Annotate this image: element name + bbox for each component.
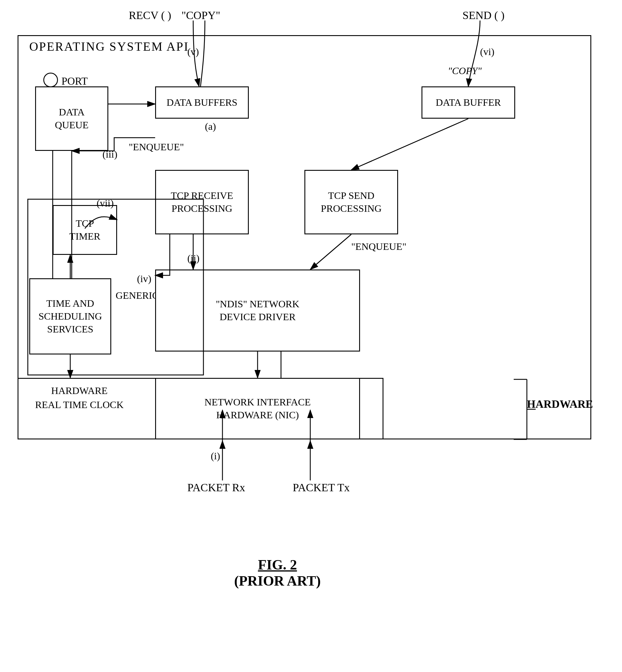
step-vii-label: (vii) [97,197,114,210]
nic-box: NETWORK INTERFACE HARDWARE (NIC) [155,378,360,439]
step-a-label: (a) [205,120,216,133]
recv-label: RECV ( ) [129,8,171,23]
hardware-rtc-label: HARDWARE REAL TIME CLOCK [35,384,124,412]
copy-recv-label: "COPY" [181,8,220,23]
ndis-driver-box: "NDIS" NETWORK DEVICE DRIVER [155,269,360,352]
time-scheduling-box: TIME AND SCHEDULING SERVICES [29,278,111,354]
tcp-timer-box: TCP TIMER [53,205,117,255]
step-ii-label: (ii) [187,252,200,265]
data-queue-box: DATA QUEUE [35,87,108,151]
enqueue-send-label: "ENQUEUE" [351,240,406,253]
step-i-label: (i) [211,450,220,462]
step-iv-label: (iv) [137,273,151,285]
step-v-label: (v) [187,45,199,58]
os-api-label: OPERATING SYSTEM API [29,39,189,55]
port-circle [43,73,58,87]
hardware-label: HARDWARE [527,397,593,411]
step-iii-label: (iii) [102,148,117,161]
fig-label: FIG. 2 [234,556,321,573]
enqueue-iii-label: "ENQUEUE" [129,140,184,154]
tcp-send-box: TCP SEND PROCESSING [304,170,398,234]
data-buffers-box: DATA BUFFERS [155,87,249,119]
prior-art-label: (PRIOR ART) [234,573,321,589]
figure-caption: FIG. 2 (PRIOR ART) [234,556,321,589]
step-vi-label: (vi) [480,45,494,58]
packet-rx-label: PACKET Rx [187,480,245,495]
packet-tx-label: PACKET Tx [293,480,350,495]
port-label: PORT [62,74,88,88]
copy-send-label: "COPY" [448,64,482,77]
send-label: SEND ( ) [462,8,505,23]
tcp-receive-box: TCP RECEIVE PROCESSING [155,170,249,234]
diagram-container: OPERATING SYSTEM API RECV ( ) "COPY" SEN… [0,0,622,672]
data-buffer-right-box: DATA BUFFER [421,87,515,119]
